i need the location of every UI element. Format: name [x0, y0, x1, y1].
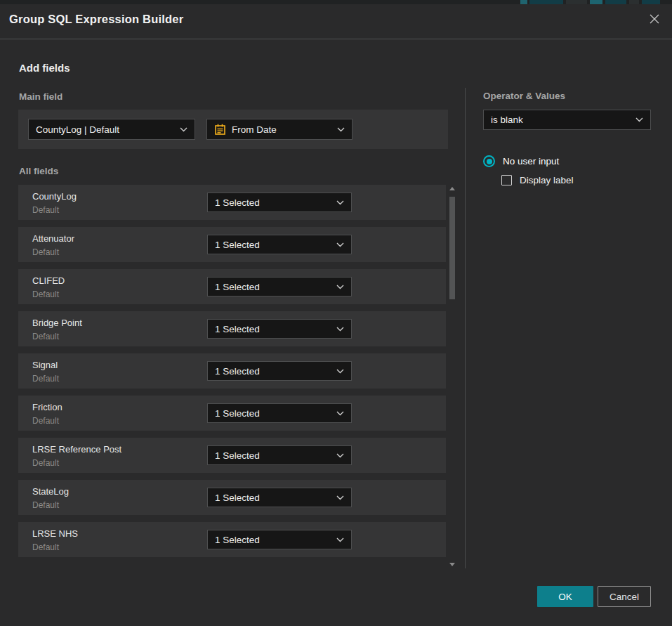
column-divider [465, 88, 466, 568]
field-row: LRSE NHS Default 1 Selected [18, 522, 446, 557]
field-selection-select[interactable]: 1 Selected [207, 277, 352, 296]
selection-value: 1 Selected [215, 493, 260, 503]
field-sublabel: Default [32, 542, 59, 552]
field-sublabel: Default [32, 205, 59, 215]
all-fields-list: CountyLog Default 1 Selected Attenuator … [18, 185, 446, 564]
field-sublabel: Default [32, 500, 59, 510]
radio-selected-icon [483, 155, 495, 167]
field-row: CLIFED Default 1 Selected [18, 269, 446, 304]
no-user-input-radio[interactable]: No user input [483, 155, 559, 167]
field-sublabel: Default [32, 247, 59, 257]
selection-value: 1 Selected [215, 366, 260, 377]
all-fields-label: All fields [19, 166, 58, 176]
cancel-button[interactable]: Cancel [598, 586, 651, 607]
checkbox-unchecked-icon [501, 175, 512, 185]
field-name: Bridge Point [32, 318, 82, 328]
field-selection-select[interactable]: 1 Selected [207, 445, 352, 465]
field-name: Friction [32, 402, 62, 412]
checkbox-label: Display label [520, 175, 574, 185]
layer-select-value: CountyLog | Default [36, 124, 119, 135]
chevron-down-icon [336, 453, 344, 458]
field-selection-select[interactable]: 1 Selected [207, 361, 352, 381]
field-row: CountyLog Default 1 Selected [18, 185, 446, 220]
selection-value: 1 Selected [215, 535, 260, 545]
layer-select[interactable]: CountyLog | Default [28, 119, 195, 140]
field-selection-select[interactable]: 1 Selected [207, 403, 352, 423]
ok-button[interactable]: OK [537, 586, 593, 607]
field-select-value: From Date [232, 124, 277, 135]
titlebar-divider [0, 39, 672, 39]
field-name: LRSE Reference Post [32, 444, 121, 455]
field-row: StateLog Default 1 Selected [18, 480, 446, 515]
field-name: LRSE NHS [32, 528, 78, 539]
operator-select-value: is blank [491, 115, 523, 125]
chevron-down-icon [336, 242, 344, 247]
close-button[interactable] [645, 11, 664, 30]
chevron-down-icon [336, 285, 344, 289]
group-sql-expression-builder-dialog: Group SQL Expression Builder Add fields … [0, 0, 672, 626]
chevron-down-icon [635, 117, 643, 122]
field-row: Friction Default 1 Selected [18, 396, 446, 431]
field-sublabel: Default [32, 289, 59, 299]
selection-value: 1 Selected [215, 324, 260, 334]
field-name: StateLog [32, 486, 69, 497]
dialog-title: Group SQL Expression Builder [9, 13, 183, 26]
field-name: Attenuator [32, 233, 74, 244]
field-row: Signal Default 1 Selected [18, 353, 446, 389]
field-sublabel: Default [32, 416, 59, 426]
chevron-down-icon [180, 127, 187, 132]
chevron-down-icon [336, 369, 344, 374]
chevron-down-icon [336, 495, 344, 500]
radio-label: No user input [503, 156, 559, 167]
operator-select[interactable]: is blank [483, 110, 651, 130]
field-selection-select[interactable]: 1 Selected [207, 530, 352, 549]
operator-values-label: Operator & Values [483, 91, 565, 101]
chevron-down-icon [337, 127, 345, 132]
chevron-down-icon [336, 200, 344, 205]
chevron-down-icon [336, 327, 344, 332]
field-row: Bridge Point Default 1 Selected [18, 311, 446, 346]
chevron-down-icon [336, 411, 344, 416]
field-name: CLIFED [32, 275, 65, 286]
selection-value: 1 Selected [215, 197, 260, 208]
list-scrollbar[interactable] [449, 185, 456, 568]
field-selection-select[interactable]: 1 Selected [207, 235, 352, 254]
selection-value: 1 Selected [215, 282, 260, 292]
scroll-up-arrow-icon[interactable] [449, 187, 455, 190]
field-selection-select[interactable]: 1 Selected [207, 193, 352, 212]
field-row: Attenuator Default 1 Selected [18, 227, 446, 262]
calendar-icon [214, 124, 226, 136]
close-icon [647, 12, 661, 29]
field-sublabel: Default [32, 374, 59, 384]
add-fields-heading: Add fields [19, 62, 70, 74]
selection-value: 1 Selected [215, 240, 260, 250]
field-select[interactable]: From Date [206, 119, 353, 140]
field-row: LRSE Reference Post Default 1 Selected [18, 438, 446, 473]
selection-value: 1 Selected [215, 450, 260, 461]
scrollbar-thumb[interactable] [449, 197, 455, 299]
field-name: Signal [32, 360, 58, 370]
scroll-down-arrow-icon[interactable] [449, 563, 455, 566]
chevron-down-icon [336, 537, 344, 542]
selection-value: 1 Selected [215, 408, 260, 419]
modal-window: Group SQL Expression Builder Add fields … [0, 4, 672, 626]
field-selection-select[interactable]: 1 Selected [207, 488, 352, 507]
main-field-label: Main field [19, 91, 62, 102]
field-selection-select[interactable]: 1 Selected [207, 319, 352, 339]
field-sublabel: Default [32, 458, 59, 468]
field-sublabel: Default [32, 332, 59, 341]
display-label-checkbox[interactable]: Display label [501, 175, 574, 185]
main-field-panel: CountyLog | Default From Date [18, 110, 448, 149]
field-name: CountyLog [32, 191, 77, 202]
